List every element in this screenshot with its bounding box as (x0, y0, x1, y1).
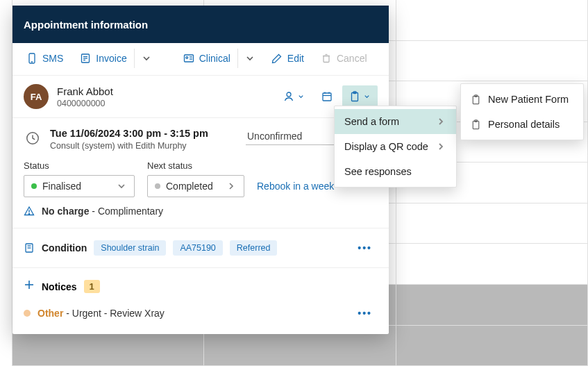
chevron-down-icon (244, 53, 255, 64)
edit-button[interactable]: Edit (264, 49, 311, 68)
patient-name[interactable]: Frank Abbot (57, 85, 113, 97)
toolbar-label: Edit (287, 53, 304, 64)
trash-icon (321, 53, 332, 64)
close-icon[interactable] (369, 15, 378, 33)
svg-point-25 (28, 213, 29, 214)
menu-item-label: Send a form (344, 116, 399, 127)
svg-point-15 (287, 92, 291, 97)
avatar: FA (24, 84, 49, 109)
svg-rect-12 (324, 56, 329, 63)
status-label: Status (24, 160, 135, 171)
status-select[interactable]: Finalised (24, 175, 135, 197)
invoice-button[interactable]: Invoice (73, 49, 133, 68)
add-notice-button[interactable] (24, 279, 35, 294)
modal-title: Appointment information (24, 19, 148, 31)
chevron-down-icon (297, 91, 305, 102)
chevron-right-icon (435, 141, 446, 152)
person-icon (283, 91, 294, 102)
clinical-button[interactable]: Clinical (176, 49, 237, 68)
clinical-dropdown[interactable] (237, 49, 262, 68)
toolbar-label: Cancel (337, 53, 367, 64)
appointment-datetime: Tue 11/06/2024 3:00 pm - 3:15 pm (50, 128, 208, 139)
charge-detail: - Complimentary (89, 206, 163, 217)
next-status-value: Completed (166, 181, 213, 192)
condition-tag[interactable]: Shoulder strain (94, 240, 166, 256)
next-status-label: Next status (147, 160, 244, 171)
rebook-link[interactable]: Rebook in a week (257, 181, 334, 197)
chevron-down-icon (141, 53, 152, 64)
condition-icon (24, 242, 35, 253)
notice-dot-icon (24, 310, 31, 317)
chevron-down-icon (116, 181, 127, 192)
appointment-row: Tue 11/06/2024 3:00 pm - 3:15 pm Consult… (12, 118, 389, 158)
sms-button[interactable]: SMS (19, 49, 70, 68)
menu-item-label: Personal details (488, 119, 560, 130)
chevron-right-icon (226, 181, 237, 192)
clipboard-icon (471, 119, 481, 130)
toolbar: SMS Invoice Clinical Edit (12, 43, 389, 76)
menu-item-label: Display a QR code (344, 141, 428, 152)
forms-dropdown-button[interactable] (342, 85, 378, 108)
notices-label: Notices (42, 281, 77, 292)
avatar-initials: FA (31, 92, 42, 102)
patient-row: FA Frank Abbot 0400000000 (12, 76, 389, 118)
next-status-button[interactable]: Completed (147, 175, 244, 197)
notice-category: Other (37, 308, 63, 319)
clock-icon (24, 129, 42, 147)
clipboard-icon (471, 94, 481, 105)
chevron-down-icon (363, 91, 371, 102)
patient-phone: 0400000000 (57, 99, 113, 108)
notice-more-button[interactable]: ••• (352, 305, 378, 322)
condition-tag[interactable]: Referred (230, 240, 278, 256)
condition-label: Condition (42, 242, 87, 253)
svg-rect-33 (473, 121, 478, 128)
condition-tag[interactable]: AA75190 (173, 240, 222, 256)
patient-profile-button[interactable] (276, 85, 312, 108)
charge-row: No charge - Complimentary (12, 206, 389, 228)
submenu-item-new-patient[interactable]: New Patient Form (461, 87, 583, 112)
svg-rect-20 (352, 93, 358, 101)
menu-item-send-form[interactable]: Send a form (335, 109, 456, 134)
status-row: Status Finalised Next status Completed R… (12, 158, 389, 206)
appointment-modal: Appointment information SMS Invoice Clin… (12, 6, 389, 334)
menu-item-label: See responses (344, 166, 412, 177)
status-dot-icon (31, 183, 37, 189)
chevron-right-icon (435, 116, 446, 127)
toolbar-label: SMS (42, 53, 63, 64)
svg-rect-16 (323, 93, 331, 101)
pencil-icon (271, 53, 283, 64)
invoice-icon (80, 53, 91, 64)
forms-submenu: New Patient Form Personal details (460, 83, 584, 140)
notice-item: Other - Urgent - Review Xray ••• (12, 305, 389, 334)
calendar-icon (321, 91, 333, 102)
toolbar-label: Clinical (199, 53, 230, 64)
status-value: Finalised (42, 181, 81, 192)
clipboard-icon (349, 91, 360, 102)
charge-prefix: No charge (42, 206, 89, 217)
toolbar-label: Invoice (96, 53, 126, 64)
notices-count-badge: 1 (84, 280, 100, 293)
appointment-subtitle: Consult (system) with Edith Murphy (50, 141, 208, 151)
submenu-item-personal-details[interactable]: Personal details (461, 112, 583, 137)
cancel-button: Cancel (314, 49, 374, 68)
menu-item-see-responses[interactable]: See responses (335, 159, 456, 184)
notices-row: Notices 1 (12, 267, 389, 305)
menu-item-qr-code[interactable]: Display a QR code (335, 134, 456, 159)
modal-header: Appointment information (12, 6, 389, 43)
condition-more-button[interactable]: ••• (352, 240, 378, 256)
menu-item-label: New Patient Form (488, 94, 569, 105)
phone-icon (26, 53, 37, 64)
invoice-dropdown[interactable] (134, 49, 158, 68)
warning-icon (24, 206, 35, 217)
status-dot-icon (155, 183, 160, 189)
svg-point-9 (186, 57, 188, 59)
svg-rect-31 (473, 96, 478, 103)
confirmation-status-value: Unconfirmed (247, 131, 302, 142)
notice-text: - Urgent - Review Xray (63, 308, 164, 319)
id-card-icon (183, 53, 194, 64)
forms-menu: Send a form Display a QR code See respon… (334, 106, 457, 188)
calendar-button[interactable] (314, 85, 339, 108)
condition-row: Condition Shoulder strain AA75190 Referr… (12, 228, 389, 267)
